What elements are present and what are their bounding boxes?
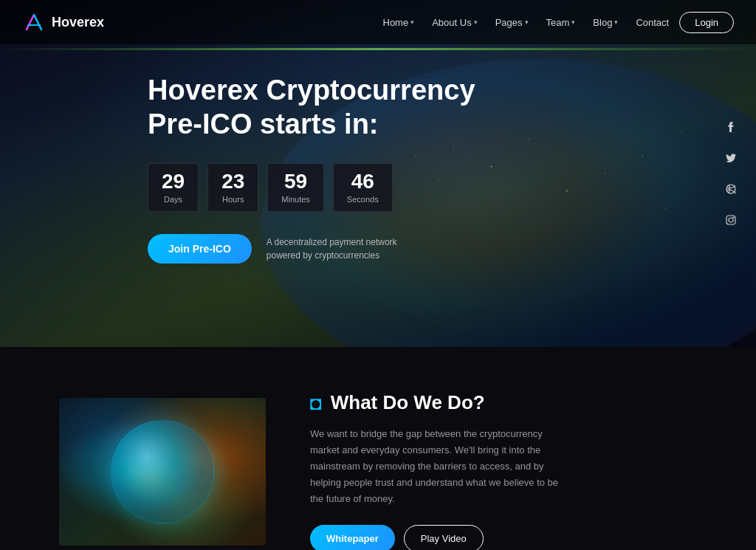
logo-icon — [22, 10, 46, 34]
home-chevron-icon: ▾ — [410, 18, 414, 26]
whitepaper-button[interactable]: Whitepaper — [310, 525, 395, 550]
facebook-icon[interactable] — [721, 117, 741, 137]
hero-title: Hoverex Cryptocurrency Pre-ICO starts in… — [148, 74, 480, 141]
about-buttons: Whitepaper Play Video — [310, 525, 697, 550]
login-button[interactable]: Login — [679, 12, 734, 33]
about-image — [59, 398, 266, 546]
nebula-sphere — [111, 420, 214, 523]
about-title: What Do We Do? — [331, 391, 485, 414]
team-chevron-icon: ▾ — [571, 18, 575, 26]
countdown: 29 Days 23 Hours 59 Minutes 46 Seconds — [148, 163, 756, 212]
pages-chevron-icon: ▾ — [525, 18, 529, 26]
about-section: ◘ What Do We Do? We want to bridge the g… — [0, 347, 756, 550]
instagram-icon[interactable] — [721, 210, 741, 230]
seconds-value: 46 — [347, 171, 379, 192]
hero-section: Hoverex Cryptocurrency Pre-ICO starts in… — [0, 0, 756, 347]
about-description: We want to bridge the gap between the cr… — [310, 426, 561, 507]
nav-about[interactable]: About Us ▾ — [425, 13, 484, 32]
dribbble-icon[interactable] — [721, 179, 741, 199]
nav-team[interactable]: Team ▾ — [539, 13, 583, 32]
twitter-icon[interactable] — [721, 148, 741, 168]
play-video-button[interactable]: Play Video — [404, 525, 484, 550]
social-sidebar — [721, 117, 741, 230]
minutes-value: 59 — [281, 171, 310, 192]
moon-icon: ◘ — [310, 393, 322, 413]
svg-line-1 — [34, 15, 41, 30]
logo-text: Hoverex — [52, 15, 104, 30]
blog-chevron-icon: ▾ — [614, 18, 618, 26]
minutes-label: Minutes — [281, 195, 310, 204]
svg-line-0 — [27, 15, 34, 30]
hero-tagline: A decentralized payment network powered … — [267, 236, 399, 262]
days-value: 29 — [162, 171, 185, 192]
nav-links: Home ▾ About Us ▾ Pages ▾ Team ▾ Blog ▾ … — [376, 12, 735, 33]
hours-label: Hours — [221, 195, 244, 204]
about-header: ◘ What Do We Do? — [310, 391, 697, 414]
logo[interactable]: Hoverex — [22, 10, 104, 34]
join-preico-button[interactable]: Join Pre-ICO — [148, 234, 252, 264]
nav-blog[interactable]: Blog ▾ — [585, 13, 625, 32]
seconds-label: Seconds — [347, 195, 379, 204]
nav-contact[interactable]: Contact — [628, 13, 676, 32]
navbar: Hoverex Home ▾ About Us ▾ Pages ▾ Team ▾… — [0, 0, 756, 44]
nav-home[interactable]: Home ▾ — [376, 13, 422, 32]
about-chevron-icon: ▾ — [474, 18, 478, 26]
nav-pages[interactable]: Pages ▾ — [488, 13, 536, 32]
countdown-minutes: 59 Minutes — [267, 163, 324, 212]
svg-point-6 — [733, 217, 734, 218]
hours-value: 23 — [221, 171, 244, 192]
svg-point-5 — [729, 218, 733, 222]
countdown-seconds: 46 Seconds — [333, 163, 393, 212]
countdown-hours: 23 Hours — [207, 163, 258, 212]
days-label: Days — [162, 195, 185, 204]
about-content: ◘ What Do We Do? We want to bridge the g… — [310, 391, 697, 550]
hero-actions: Join Pre-ICO A decentralized payment net… — [148, 234, 756, 264]
countdown-days: 29 Days — [148, 163, 199, 212]
